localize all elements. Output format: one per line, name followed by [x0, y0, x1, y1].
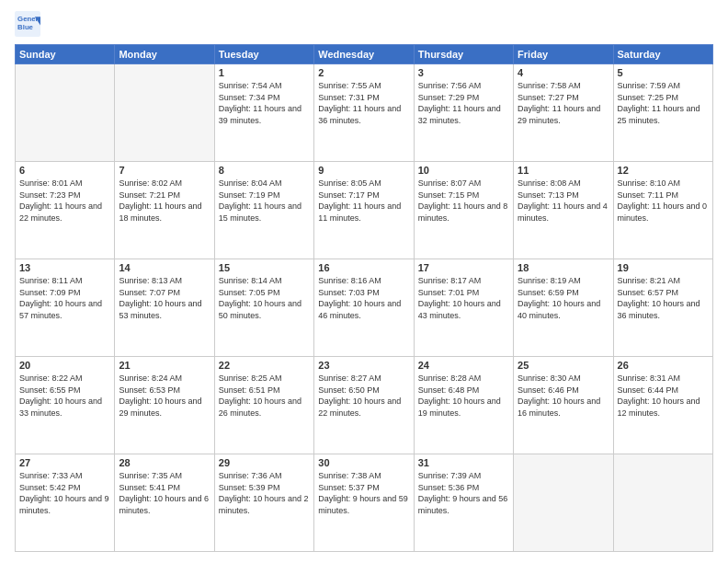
- calendar-cell: 13Sunrise: 8:11 AM Sunset: 7:09 PM Dayli…: [16, 259, 115, 357]
- day-number: 26: [618, 360, 709, 371]
- day-info: Sunrise: 8:21 AM Sunset: 6:57 PM Dayligh…: [618, 275, 709, 321]
- day-number: 22: [219, 360, 310, 371]
- calendar-cell: 9Sunrise: 8:05 AM Sunset: 7:17 PM Daylig…: [314, 162, 414, 259]
- day-number: 6: [19, 165, 110, 176]
- calendar-cell: 14Sunrise: 8:13 AM Sunset: 7:07 PM Dayli…: [115, 259, 214, 357]
- calendar-cell: 10Sunrise: 8:07 AM Sunset: 7:15 PM Dayli…: [414, 162, 513, 259]
- day-info: Sunrise: 8:01 AM Sunset: 7:23 PM Dayligh…: [19, 178, 110, 224]
- calendar-cell: [16, 64, 115, 162]
- day-number: 23: [318, 360, 409, 371]
- calendar-cell: 3Sunrise: 7:56 AM Sunset: 7:29 PM Daylig…: [414, 64, 513, 162]
- day-number: 24: [418, 360, 509, 371]
- calendar-cell: [514, 454, 613, 552]
- day-number: 13: [19, 262, 110, 273]
- day-info: Sunrise: 7:36 AM Sunset: 5:39 PM Dayligh…: [219, 470, 310, 516]
- calendar-cell: 4Sunrise: 7:58 AM Sunset: 7:27 PM Daylig…: [514, 64, 613, 162]
- day-number: 15: [219, 262, 310, 273]
- calendar-cell: 27Sunrise: 7:33 AM Sunset: 5:42 PM Dayli…: [16, 454, 115, 552]
- calendar-cell: 2Sunrise: 7:55 AM Sunset: 7:31 PM Daylig…: [314, 64, 414, 162]
- calendar-cell: 1Sunrise: 7:54 AM Sunset: 7:34 PM Daylig…: [214, 64, 313, 162]
- day-number: 27: [19, 457, 110, 468]
- calendar-cell: 31Sunrise: 7:39 AM Sunset: 5:36 PM Dayli…: [414, 454, 513, 552]
- day-number: 31: [418, 457, 509, 468]
- day-number: 10: [418, 165, 509, 176]
- calendar-cell: 30Sunrise: 7:38 AM Sunset: 5:37 PM Dayli…: [314, 454, 414, 552]
- day-number: 8: [219, 165, 310, 176]
- col-header-monday: Monday: [115, 45, 214, 64]
- calendar-cell: 19Sunrise: 8:21 AM Sunset: 6:57 PM Dayli…: [613, 259, 712, 357]
- calendar-cell: 25Sunrise: 8:30 AM Sunset: 6:46 PM Dayli…: [514, 357, 613, 454]
- day-info: Sunrise: 8:08 AM Sunset: 7:13 PM Dayligh…: [518, 178, 609, 224]
- day-number: 18: [518, 262, 609, 273]
- day-info: Sunrise: 8:17 AM Sunset: 7:01 PM Dayligh…: [418, 275, 509, 321]
- day-info: Sunrise: 7:58 AM Sunset: 7:27 PM Dayligh…: [518, 80, 609, 126]
- calendar-cell: 24Sunrise: 8:28 AM Sunset: 6:48 PM Dayli…: [414, 357, 513, 454]
- calendar-week-row: 20Sunrise: 8:22 AM Sunset: 6:55 PM Dayli…: [16, 357, 713, 454]
- day-number: 5: [618, 67, 709, 78]
- col-header-sunday: Sunday: [16, 45, 115, 64]
- day-info: Sunrise: 8:11 AM Sunset: 7:09 PM Dayligh…: [19, 275, 110, 321]
- day-info: Sunrise: 8:02 AM Sunset: 7:21 PM Dayligh…: [119, 178, 210, 224]
- day-info: Sunrise: 8:04 AM Sunset: 7:19 PM Dayligh…: [219, 178, 310, 224]
- day-number: 25: [518, 360, 609, 371]
- calendar-cell: 26Sunrise: 8:31 AM Sunset: 6:44 PM Dayli…: [613, 357, 712, 454]
- day-info: Sunrise: 8:30 AM Sunset: 6:46 PM Dayligh…: [518, 373, 609, 419]
- day-info: Sunrise: 7:39 AM Sunset: 5:36 PM Dayligh…: [418, 470, 509, 516]
- day-info: Sunrise: 7:55 AM Sunset: 7:31 PM Dayligh…: [318, 80, 409, 126]
- calendar-week-row: 13Sunrise: 8:11 AM Sunset: 7:09 PM Dayli…: [16, 259, 713, 357]
- day-number: 3: [418, 67, 509, 78]
- calendar-cell: 17Sunrise: 8:17 AM Sunset: 7:01 PM Dayli…: [414, 259, 513, 357]
- day-info: Sunrise: 8:07 AM Sunset: 7:15 PM Dayligh…: [418, 178, 509, 224]
- col-header-thursday: Thursday: [414, 45, 513, 64]
- svg-text:Blue: Blue: [17, 23, 34, 31]
- day-info: Sunrise: 8:24 AM Sunset: 6:53 PM Dayligh…: [119, 373, 210, 419]
- day-number: 29: [219, 457, 310, 468]
- calendar-cell: 12Sunrise: 8:10 AM Sunset: 7:11 PM Dayli…: [613, 162, 712, 259]
- day-info: Sunrise: 7:54 AM Sunset: 7:34 PM Dayligh…: [219, 80, 310, 126]
- day-info: Sunrise: 8:13 AM Sunset: 7:07 PM Dayligh…: [119, 275, 210, 321]
- day-info: Sunrise: 8:31 AM Sunset: 6:44 PM Dayligh…: [618, 373, 709, 419]
- day-info: Sunrise: 8:27 AM Sunset: 6:50 PM Dayligh…: [318, 373, 409, 419]
- page-header: General Blue: [15, 11, 713, 37]
- day-number: 28: [119, 457, 210, 468]
- day-number: 1: [219, 67, 310, 78]
- day-number: 17: [418, 262, 509, 273]
- calendar-cell: [613, 454, 712, 552]
- logo-icon: General Blue: [15, 11, 40, 37]
- day-info: Sunrise: 7:59 AM Sunset: 7:25 PM Dayligh…: [618, 80, 709, 126]
- day-number: 19: [618, 262, 709, 273]
- calendar-cell: 23Sunrise: 8:27 AM Sunset: 6:50 PM Dayli…: [314, 357, 414, 454]
- day-number: 9: [318, 165, 409, 176]
- calendar-week-row: 1Sunrise: 7:54 AM Sunset: 7:34 PM Daylig…: [16, 64, 713, 162]
- day-number: 4: [518, 67, 609, 78]
- day-info: Sunrise: 8:16 AM Sunset: 7:03 PM Dayligh…: [318, 275, 409, 321]
- day-info: Sunrise: 7:35 AM Sunset: 5:41 PM Dayligh…: [119, 470, 210, 516]
- calendar-cell: 16Sunrise: 8:16 AM Sunset: 7:03 PM Dayli…: [314, 259, 414, 357]
- day-number: 14: [119, 262, 210, 273]
- day-number: 11: [518, 165, 609, 176]
- day-info: Sunrise: 8:19 AM Sunset: 6:59 PM Dayligh…: [518, 275, 609, 321]
- calendar-cell: 11Sunrise: 8:08 AM Sunset: 7:13 PM Dayli…: [514, 162, 613, 259]
- day-number: 7: [119, 165, 210, 176]
- calendar-week-row: 27Sunrise: 7:33 AM Sunset: 5:42 PM Dayli…: [16, 454, 713, 552]
- day-info: Sunrise: 8:28 AM Sunset: 6:48 PM Dayligh…: [418, 373, 509, 419]
- day-number: 2: [318, 67, 409, 78]
- calendar-cell: 20Sunrise: 8:22 AM Sunset: 6:55 PM Dayli…: [16, 357, 115, 454]
- day-number: 20: [19, 360, 110, 371]
- calendar-cell: 21Sunrise: 8:24 AM Sunset: 6:53 PM Dayli…: [115, 357, 214, 454]
- day-info: Sunrise: 8:22 AM Sunset: 6:55 PM Dayligh…: [19, 373, 110, 419]
- calendar-cell: [115, 64, 214, 162]
- day-number: 30: [318, 457, 409, 468]
- calendar-table: SundayMondayTuesdayWednesdayThursdayFrid…: [15, 44, 713, 552]
- calendar-cell: 18Sunrise: 8:19 AM Sunset: 6:59 PM Dayli…: [514, 259, 613, 357]
- day-info: Sunrise: 7:56 AM Sunset: 7:29 PM Dayligh…: [418, 80, 509, 126]
- calendar-cell: 6Sunrise: 8:01 AM Sunset: 7:23 PM Daylig…: [16, 162, 115, 259]
- col-header-friday: Friday: [514, 45, 613, 64]
- day-number: 21: [119, 360, 210, 371]
- calendar-cell: 8Sunrise: 8:04 AM Sunset: 7:19 PM Daylig…: [214, 162, 313, 259]
- day-info: Sunrise: 8:25 AM Sunset: 6:51 PM Dayligh…: [219, 373, 310, 419]
- day-info: Sunrise: 8:10 AM Sunset: 7:11 PM Dayligh…: [618, 178, 709, 224]
- day-info: Sunrise: 8:14 AM Sunset: 7:05 PM Dayligh…: [219, 275, 310, 321]
- calendar-header-row: SundayMondayTuesdayWednesdayThursdayFrid…: [16, 45, 713, 64]
- calendar-cell: 29Sunrise: 7:36 AM Sunset: 5:39 PM Dayli…: [214, 454, 313, 552]
